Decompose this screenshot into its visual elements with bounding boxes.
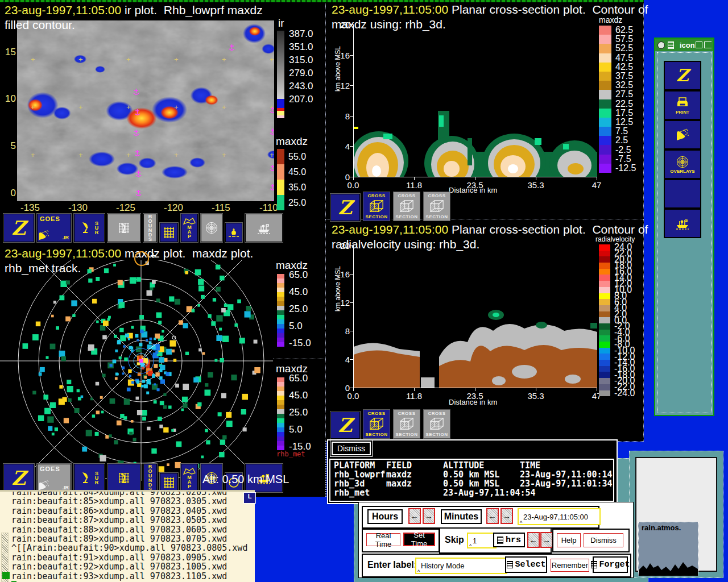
rain-atmos-label: rain.atmos. <box>642 523 681 532</box>
table-cell: rhb_3d <box>334 479 386 488</box>
bounds-button[interactable]: BOUNDS <box>143 214 157 242</box>
remember-button[interactable]: Remember <box>551 559 589 572</box>
window-menu-icon[interactable] <box>668 41 674 49</box>
hours-back-arrow[interactable]: ← <box>408 508 421 524</box>
table-row: rhb_3dmaxdz0.50 km MSL23-Aug-97,11:01:34 <box>330 479 613 488</box>
terrain-silhouette <box>639 556 698 576</box>
color-swatch <box>599 281 610 287</box>
time-field[interactable]: 23-Aug-97,11:05:00 <box>518 508 601 525</box>
maximize-button[interactable] <box>704 41 712 48</box>
cross-section-button[interactable]: CROSSSECTION <box>423 409 450 439</box>
rings-panel-button[interactable]: OVERLAYS <box>664 149 701 179</box>
color-swatch <box>277 324 284 329</box>
radar-dish-button[interactable]: SUR <box>74 214 105 242</box>
select-menu-button[interactable]: Select <box>505 556 547 573</box>
ship-button[interactable] <box>245 214 283 242</box>
deep-convection-blob <box>202 93 221 107</box>
grid-button[interactable] <box>160 473 178 492</box>
plot-title: Planar cross-section plot. Contour of <box>448 223 648 236</box>
printer-panel-button[interactable]: PRINT <box>664 90 701 120</box>
z-button[interactable]: Z <box>330 411 360 439</box>
real-time-button[interactable]: Real Time <box>366 533 400 546</box>
rings-button[interactable] <box>201 214 222 242</box>
grid-radar-button[interactable] <box>107 214 140 242</box>
cold-cloud-blob <box>93 65 107 74</box>
skip-field[interactable]: 1 <box>467 533 497 548</box>
cross-section-button[interactable]: CROSSSECTION <box>393 409 420 439</box>
grid-button[interactable] <box>160 223 178 242</box>
desktop: 23-aug-1997,11:05:00 ir plot. Rhb_lowprf… <box>0 0 728 582</box>
cross-section-button[interactable]: CROSSSECTION <box>393 192 420 221</box>
z-icon: Z <box>12 468 26 488</box>
ship-track-marker <box>135 189 142 199</box>
goes-ir-button[interactable]: GOES.IR <box>37 214 71 242</box>
latlon-grid-mark: + <box>222 199 226 201</box>
cold-cloud-blob <box>50 105 74 122</box>
ship-panel-button[interactable] <box>664 209 701 238</box>
hours-forward-arrow[interactable]: → <box>423 508 435 524</box>
label-field[interactable]: History Mode <box>415 558 507 574</box>
cross-section-button[interactable]: CROSSSECTION <box>363 192 390 221</box>
plot-title: ir plot. Rhb_lowprf maxdz <box>121 3 263 16</box>
dismiss-button[interactable]: Dismiss <box>584 533 623 547</box>
rings-icon <box>205 221 218 235</box>
grid-radar-icon <box>117 471 131 485</box>
radar-dish-panel-button[interactable] <box>664 179 701 209</box>
color-swatch <box>277 441 284 446</box>
color-swatch <box>599 256 610 263</box>
hours-button[interactable]: Hours <box>367 509 403 524</box>
forget-menu-button[interactable]: Forget <box>593 556 628 573</box>
enter-label-label: Enter label: <box>367 560 417 570</box>
table-cell: 23-Aug-97,11:01:34 <box>520 479 613 488</box>
skip-back-arrow[interactable]: ← <box>527 532 540 548</box>
table-cell: rhb_lowprf <box>334 470 386 479</box>
table-cell: maxdz <box>386 479 443 488</box>
color-swatch <box>277 432 284 436</box>
z-button[interactable]: Z <box>330 194 360 221</box>
help-button[interactable]: Help <box>557 533 581 547</box>
cross-section-button[interactable]: CROSSSECTION <box>363 409 390 439</box>
cross-label: CROSS <box>398 411 416 416</box>
color-swatch <box>599 354 610 360</box>
z-panel-button[interactable]: Z <box>664 61 701 90</box>
cold-cloud-blob <box>187 156 208 169</box>
iconify-button[interactable] <box>696 41 702 48</box>
minutes-forward-arrow[interactable]: → <box>500 508 513 524</box>
goes-ir-button[interactable]: GOES.IR <box>37 464 71 492</box>
color-swatch <box>599 63 611 72</box>
z-button[interactable]: Z <box>3 464 34 492</box>
buoy-icon <box>227 226 241 239</box>
terminal-line: rain:beaufait:93>xdump.all 970823.1105.x… <box>11 572 247 581</box>
resize-grip[interactable] <box>2 572 10 579</box>
skip-forward-arrow[interactable]: → <box>540 532 553 548</box>
minutes-button[interactable]: Minutes <box>441 509 482 524</box>
minimized-window-icon[interactable]: L <box>243 492 256 504</box>
dismiss-button[interactable]: Dismiss <box>332 442 371 455</box>
bounds-button[interactable]: BOUNDS <box>143 464 157 492</box>
sur-label: SUR <box>95 471 99 485</box>
terminal-line: rain:beaufait:85>xdump.all 970823.0305.x… <box>11 497 247 506</box>
buoy-button[interactable] <box>225 223 242 242</box>
color-swatch <box>599 323 610 330</box>
skip-units-menu[interactable]: hrs <box>493 533 525 547</box>
map-button[interactable]: MAP <box>181 214 198 242</box>
map-button[interactable]: MAP <box>181 464 198 492</box>
scale-tick: 57.5 <box>615 35 633 44</box>
satellite-panel-button[interactable] <box>664 120 701 149</box>
radar-dish-button[interactable]: SUR <box>74 464 105 492</box>
minutes-back-arrow[interactable]: ← <box>486 508 499 524</box>
ship-track-marker-icon <box>229 44 235 51</box>
grid-radar-button[interactable] <box>107 464 140 492</box>
rain-atmos-icon-window[interactable]: rain.atmos. <box>638 522 698 576</box>
maxdz-colorbar: 55.045.035.025.0 <box>277 149 306 210</box>
cross-section-button[interactable]: CROSSSECTION <box>423 192 450 221</box>
colorbar-entry: -7.5 <box>599 155 636 164</box>
z-button[interactable]: Z <box>3 214 34 242</box>
set-time-button[interactable]: Set Time <box>403 533 435 546</box>
x-tick-label: 35.3 <box>527 391 544 401</box>
panel-button-label: OVERLAYS <box>670 169 694 174</box>
x-tick <box>475 388 475 391</box>
color-swatch <box>277 414 284 418</box>
table-row: rhb_met23-Aug-97,11:04:54 <box>330 488 613 497</box>
window-menu-round-icon[interactable] <box>657 41 665 49</box>
